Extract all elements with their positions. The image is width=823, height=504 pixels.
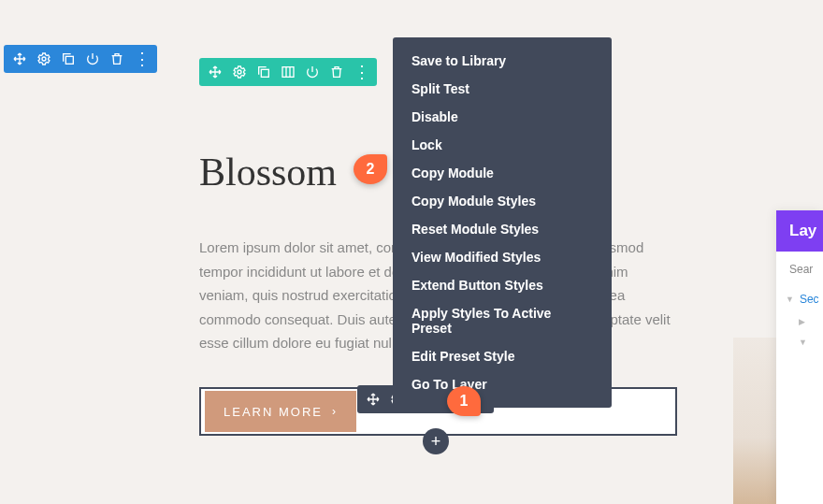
section-toolbar[interactable]: ⋮ bbox=[4, 45, 157, 73]
menu-save-to-library[interactable]: Save to Library bbox=[393, 47, 612, 75]
chevron-right-icon: › bbox=[332, 405, 338, 418]
settings-icon[interactable] bbox=[227, 58, 252, 86]
move-icon[interactable] bbox=[361, 385, 385, 413]
panel-row[interactable]: ▶ bbox=[776, 311, 823, 332]
menu-extend-button-styles[interactable]: Extend Button Styles bbox=[393, 271, 612, 299]
menu-go-to-layer[interactable]: Go To Layer bbox=[393, 370, 612, 398]
move-icon[interactable] bbox=[203, 58, 227, 86]
more-icon[interactable]: ⋮ bbox=[129, 45, 153, 73]
menu-copy-module-styles[interactable]: Copy Module Styles bbox=[393, 187, 612, 215]
menu-disable[interactable]: Disable bbox=[393, 103, 612, 131]
menu-lock[interactable]: Lock bbox=[393, 131, 612, 159]
annotation-callout-1: 1 bbox=[447, 386, 481, 416]
settings-icon[interactable] bbox=[32, 45, 56, 73]
button-label: LEARN MORE bbox=[224, 405, 323, 419]
caret-down-icon: ▼ bbox=[799, 338, 807, 347]
panel-row[interactable]: ▼ bbox=[776, 332, 823, 353]
panel-title: Lay bbox=[776, 210, 823, 252]
svg-rect-3 bbox=[261, 69, 268, 77]
trash-icon[interactable] bbox=[105, 45, 129, 73]
menu-edit-preset-style[interactable]: Edit Preset Style bbox=[393, 342, 612, 370]
panel-section-row[interactable]: ▼ Sec bbox=[776, 287, 823, 311]
caret-down-icon: ▼ bbox=[786, 295, 794, 304]
svg-point-2 bbox=[238, 70, 241, 74]
add-module-button[interactable]: + bbox=[423, 428, 449, 454]
move-icon[interactable] bbox=[7, 45, 32, 73]
menu-apply-styles-preset[interactable]: Apply Styles To Active Preset bbox=[393, 299, 612, 342]
menu-copy-module[interactable]: Copy Module bbox=[393, 159, 612, 187]
menu-view-modified-styles[interactable]: View Modified Styles bbox=[393, 243, 612, 271]
power-icon[interactable] bbox=[80, 45, 105, 73]
svg-point-0 bbox=[42, 57, 46, 61]
menu-reset-module-styles[interactable]: Reset Module Styles bbox=[393, 215, 612, 243]
panel-section-label: Sec bbox=[800, 293, 819, 306]
caret-right-icon: ▶ bbox=[799, 317, 805, 326]
power-icon[interactable] bbox=[300, 58, 325, 86]
svg-rect-4 bbox=[282, 67, 294, 78]
panel-search[interactable]: Sear bbox=[776, 252, 823, 287]
context-menu: Save to Library Split Test Disable Lock … bbox=[393, 37, 612, 408]
more-icon[interactable]: ⋮ bbox=[349, 58, 373, 86]
trash-icon[interactable] bbox=[325, 58, 349, 86]
learn-more-button[interactable]: LEARN MORE › bbox=[205, 391, 356, 432]
svg-rect-1 bbox=[65, 56, 73, 64]
plus-icon: + bbox=[431, 432, 441, 452]
layers-panel: Lay Sear ▼ Sec ▶ ▼ bbox=[776, 210, 823, 504]
columns-icon[interactable] bbox=[276, 58, 300, 86]
duplicate-icon[interactable] bbox=[252, 58, 276, 86]
row-toolbar[interactable]: ⋮ bbox=[199, 58, 377, 86]
duplicate-icon[interactable] bbox=[56, 45, 80, 73]
annotation-callout-2: 2 bbox=[354, 154, 387, 184]
menu-split-test[interactable]: Split Test bbox=[393, 75, 612, 103]
